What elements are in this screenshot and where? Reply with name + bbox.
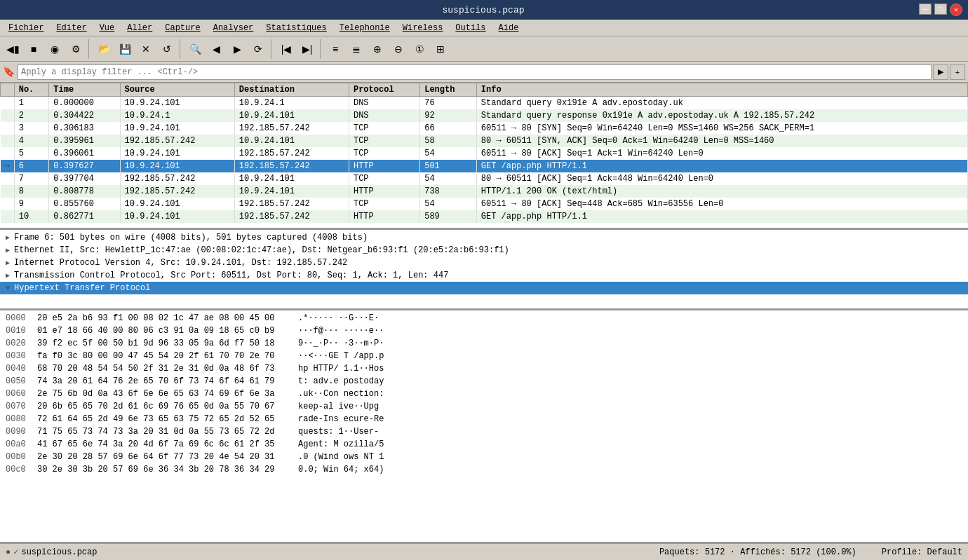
filter-input[interactable] (18, 64, 932, 80)
list2-button[interactable]: ≣ (347, 39, 366, 59)
reload-button[interactable]: ↺ (157, 39, 177, 59)
preferences-button[interactable]: ⚙ (66, 39, 86, 59)
detail-row[interactable]: ▶Internet Protocol Version 4, Src: 10.9.… (0, 257, 968, 269)
hex-ascii: Agent: M ozilla/5 (298, 438, 384, 451)
filter-arrow-right[interactable]: ▶ (933, 64, 948, 80)
menu-item-capture[interactable]: Capture (159, 22, 206, 34)
cell-dst: 10.9.24.101 (234, 109, 349, 122)
hex-ascii: ···f@··· ·····e·· (298, 325, 384, 337)
cell-no: 1 (14, 97, 49, 109)
cell-src: 10.9.24.101 (120, 198, 234, 210)
table-row[interactable]: 30.30618310.9.24.101192.185.57.242TCP666… (1, 122, 968, 135)
menu-item-wireless[interactable]: Wireless (397, 22, 449, 34)
options-button[interactable]: ◉ (45, 39, 65, 59)
maximize-button[interactable]: □ (934, 4, 947, 15)
cell-src: 10.9.24.101 (120, 160, 234, 172)
packet-list[interactable]: No. Time Source Destination Protocol Len… (0, 83, 968, 230)
hex-bytes: 2e 75 6b 0d 0a 43 6f 6e 6e 65 63 74 69 6… (37, 388, 290, 400)
hex-bytes: 2e 30 20 28 57 69 6e 64 6f 77 73 20 4e 5… (37, 451, 290, 463)
row-arrow (1, 135, 15, 147)
expand-icon: ▶ (6, 259, 10, 267)
refresh-button[interactable]: ⟳ (248, 39, 268, 59)
one-button[interactable]: ① (410, 39, 429, 59)
hex-ascii: ··<···GE T /app.p (298, 350, 384, 362)
detail-row[interactable]: ▶Transmission Control Protocol, Src Port… (0, 269, 968, 282)
first-button[interactable]: |◀ (276, 39, 296, 59)
cell-len: 54 (420, 147, 477, 160)
hex-bytes: 71 75 65 73 74 73 3a 20 31 0d 0a 55 73 6… (37, 425, 290, 438)
table-row[interactable]: 100.86277110.9.24.101192.185.57.242HTTP5… (1, 210, 968, 223)
detail-row[interactable]: ▶Frame 6: 501 bytes on wire (4008 bits),… (0, 231, 968, 244)
table-row[interactable]: 40.395961192.185.57.24210.9.24.101TCP588… (1, 135, 968, 147)
list1-button[interactable]: ≡ (325, 39, 345, 59)
cell-src: 192.185.57.242 (120, 185, 234, 198)
stop-button[interactable]: ■ (24, 39, 43, 59)
table-row[interactable]: 80.808778192.185.57.24210.9.24.101HTTP73… (1, 185, 968, 198)
cell-no: 3 (14, 122, 49, 135)
cell-time: 0.397704 (49, 172, 120, 185)
cell-src: 10.9.24.101 (120, 147, 234, 160)
toolbar: ◀▮ ■ ◉ ⚙ 📂 💾 ✕ ↺ 🔍 ◀ ▶ ⟳ |◀ ▶| ≡ ≣ ⊕ ⊖ ①… (0, 36, 968, 62)
col-protocol: Protocol (349, 83, 419, 97)
hex-row: 004068 70 20 48 54 54 50 2f 31 2e 31 0d … (0, 362, 968, 375)
menu-item-statistiques[interactable]: Statistiques (260, 22, 332, 34)
hex-ascii: t: adv.e postoday (298, 375, 384, 388)
menu-item-aide[interactable]: Aide (493, 22, 525, 34)
menu-item-analyser[interactable]: Analyser (208, 22, 260, 34)
menu-item-fichier[interactable]: Fichier (3, 22, 49, 34)
table-row[interactable]: 10.00000010.9.24.10110.9.24.1DNS76Standa… (1, 97, 968, 109)
cell-time: 0.855760 (49, 198, 120, 210)
add-button[interactable]: ⊕ (368, 39, 387, 59)
hex-bytes: 01 e7 18 66 40 00 80 06 c3 91 0a 09 18 6… (37, 325, 290, 337)
cell-time: 0.396061 (49, 147, 120, 160)
toolbar-separator-3 (271, 39, 274, 59)
status-filename: suspicious.pcap (21, 547, 97, 557)
menu-item-vue[interactable]: Vue (94, 22, 121, 34)
main-content: No. Time Source Destination Protocol Len… (0, 83, 968, 543)
row-arrow (1, 172, 15, 185)
remove-button[interactable]: ⊖ (389, 39, 408, 59)
open-file-button[interactable]: ◀▮ (3, 39, 22, 59)
close-button[interactable]: ✕ (950, 4, 962, 16)
row-arrow (1, 210, 15, 223)
cell-info: Standard query response 0x191e A adv.epo… (476, 109, 967, 122)
table-row[interactable]: →60.39762710.9.24.101192.185.57.242HTTP5… (1, 160, 968, 172)
col-source: Source (120, 83, 234, 97)
detail-text: Internet Protocol Version 4, Src: 10.9.2… (14, 258, 347, 268)
minimize-button[interactable]: — (919, 4, 932, 15)
filter-icon: 🔖 (3, 66, 15, 78)
table-row[interactable]: 90.85576010.9.24.101192.185.57.242TCP546… (1, 198, 968, 210)
save-button[interactable]: 💾 (115, 39, 135, 59)
table-row[interactable]: 50.39606110.9.24.101192.185.57.242TCP546… (1, 147, 968, 160)
hex-bytes: 30 2e 30 3b 20 57 69 6e 36 34 3b 20 78 3… (37, 463, 290, 476)
menu-item-outils[interactable]: Outils (450, 22, 491, 34)
last-button[interactable]: ▶| (297, 39, 317, 59)
cell-proto: HTTP (349, 210, 419, 223)
col-info: Info (476, 83, 967, 97)
menu-item-telephonie[interactable]: Telephonie (334, 22, 396, 34)
next-button[interactable]: ▶ (227, 39, 247, 59)
cell-no: 6 (14, 160, 49, 172)
detail-row[interactable]: ▶Ethernet II, Src: HewlettP_1c:47:ae (00… (0, 244, 968, 257)
table-row[interactable]: 20.30442210.9.24.110.9.24.101DNS92Standa… (1, 109, 968, 122)
table-row[interactable]: 70.397704192.185.57.24210.9.24.101TCP548… (1, 172, 968, 185)
hex-ascii: .*····· ··G···E· (298, 312, 379, 325)
cell-len: 92 (420, 109, 477, 122)
cell-info: HTTP/1.1 200 OK (text/html) (476, 185, 967, 198)
close-file-button[interactable]: ✕ (136, 39, 156, 59)
cell-len: 66 (420, 122, 477, 135)
open-button[interactable]: 📂 (94, 39, 114, 59)
table-header: No. Time Source Destination Protocol Len… (1, 83, 968, 97)
hex-ascii: 9··_·P·· ·3··m·P· (298, 337, 384, 350)
menu-bar: FichierEditerVueAllerCaptureAnalyserStat… (0, 20, 968, 36)
hex-dump-pane: 000020 e5 2a b6 93 f1 00 08 02 1c 47 ae … (0, 310, 968, 543)
find-button[interactable]: 🔍 (185, 39, 205, 59)
detail-row[interactable]: ▼Hypertext Transfer Protocol (0, 282, 968, 294)
grid-button[interactable]: ⊞ (431, 39, 450, 59)
menu-item-aller[interactable]: Aller (121, 22, 158, 34)
toolbar-separator-4 (320, 39, 323, 59)
prev-button[interactable]: ◀ (206, 39, 226, 59)
menu-item-editer[interactable]: Editer (51, 22, 92, 34)
filter-add[interactable]: + (950, 64, 965, 80)
cell-dst: 192.185.57.242 (234, 160, 349, 172)
